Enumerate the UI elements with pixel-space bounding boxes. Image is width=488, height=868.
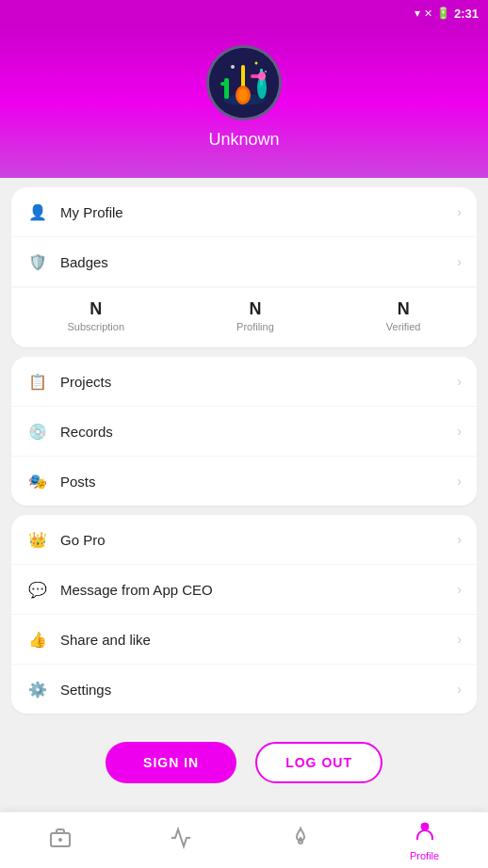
subscription-label: Subscription xyxy=(68,321,125,332)
sim-icon: ✕ xyxy=(424,8,432,20)
go-pro-icon: 👑 xyxy=(26,528,49,551)
verified-label: Verified xyxy=(386,321,421,332)
bottom-nav: Profile xyxy=(0,812,488,868)
go-pro-item[interactable]: 👑 Go Pro › xyxy=(11,515,477,565)
profiling-label: Profiling xyxy=(236,321,274,332)
badges-icon: 🛡️ xyxy=(26,250,49,273)
share-like-item[interactable]: 👍 Share and like › xyxy=(11,615,477,665)
share-like-icon: 👍 xyxy=(26,628,49,651)
action-buttons: SIGN IN LOG OUT xyxy=(11,723,477,802)
profile-header: Unknown xyxy=(0,26,488,178)
badges-item[interactable]: 🛡️ Badges › xyxy=(11,237,477,287)
fire-icon xyxy=(289,827,312,855)
settings-icon: ⚙️ xyxy=(26,678,49,700)
chevron-icon: › xyxy=(457,632,462,647)
profiling-stat: N Profiling xyxy=(236,299,274,332)
logout-button[interactable]: LOG OUT xyxy=(255,742,382,783)
svg-rect-6 xyxy=(220,82,228,86)
my-profile-item[interactable]: 👤 My Profile › xyxy=(11,187,477,237)
subscription-stat: N Subscription xyxy=(68,299,125,332)
posts-icon: 🎭 xyxy=(26,470,49,492)
signin-button[interactable]: SIGN IN xyxy=(106,742,236,783)
chevron-icon: › xyxy=(457,532,462,547)
profile-nav-icon xyxy=(414,820,436,848)
svg-point-17 xyxy=(421,823,429,830)
avatar xyxy=(206,45,282,121)
svg-point-11 xyxy=(231,65,235,69)
content-card: 📋 Projects › 💿 Records › 🎭 Posts › xyxy=(11,357,477,506)
status-time: 2:31 xyxy=(454,7,479,21)
content-area: 👤 My Profile › 🛡️ Badges › N Subscriptio… xyxy=(0,178,488,841)
chevron-icon: › xyxy=(457,374,462,389)
nav-fire[interactable] xyxy=(274,821,327,860)
profile-nav-label: Profile xyxy=(410,850,439,861)
records-label: Records xyxy=(60,424,457,440)
nav-activity[interactable] xyxy=(155,821,207,860)
projects-icon: 📋 xyxy=(26,370,49,393)
chevron-icon: › xyxy=(457,424,462,439)
message-ceo-label: Message from App CEO xyxy=(60,582,457,598)
battery-icon: 🔋 xyxy=(436,7,450,20)
share-like-label: Share and like xyxy=(60,632,457,648)
status-icons: ▾ ✕ 🔋 2:31 xyxy=(415,7,479,21)
message-ceo-icon: 💬 xyxy=(26,578,49,601)
posts-item[interactable]: 🎭 Posts › xyxy=(11,457,477,506)
nav-store[interactable] xyxy=(34,821,87,860)
activity-icon xyxy=(170,827,192,855)
svg-point-10 xyxy=(258,72,266,81)
stats-row: N Subscription N Profiling N Verified xyxy=(11,287,477,347)
go-pro-label: Go Pro xyxy=(60,532,457,548)
extras-card: 👑 Go Pro › 💬 Message from App CEO › 👍 Sh… xyxy=(11,515,477,714)
my-profile-label: My Profile xyxy=(60,204,457,220)
chevron-icon: › xyxy=(457,254,462,269)
verified-stat: N Verified xyxy=(386,299,421,332)
message-ceo-item[interactable]: 💬 Message from App CEO › xyxy=(11,565,477,615)
settings-label: Settings xyxy=(60,682,457,698)
verified-value: N xyxy=(398,299,410,319)
posts-label: Posts xyxy=(60,474,457,490)
store-icon xyxy=(49,827,72,855)
chevron-icon: › xyxy=(457,204,462,219)
chevron-icon: › xyxy=(457,582,462,597)
subscription-value: N xyxy=(89,299,102,319)
badges-label: Badges xyxy=(60,254,457,270)
records-item[interactable]: 💿 Records › xyxy=(11,407,477,457)
nav-profile[interactable]: Profile xyxy=(395,814,454,867)
wifi-icon: ▾ xyxy=(415,7,420,20)
chevron-icon: › xyxy=(457,474,462,489)
profiling-value: N xyxy=(249,299,261,319)
projects-item[interactable]: 📋 Projects › xyxy=(11,357,477,407)
status-bar: ▾ ✕ 🔋 2:31 xyxy=(0,0,488,26)
svg-point-13 xyxy=(265,71,267,72)
settings-item[interactable]: ⚙️ Settings › xyxy=(11,665,477,714)
svg-point-4 xyxy=(238,88,248,102)
username: Unknown xyxy=(208,130,279,150)
projects-label: Projects xyxy=(60,374,457,390)
records-icon: 💿 xyxy=(26,420,49,442)
profile-card: 👤 My Profile › 🛡️ Badges › N Subscriptio… xyxy=(11,187,477,347)
chevron-icon: › xyxy=(457,682,462,697)
svg-point-12 xyxy=(255,62,258,65)
profile-icon: 👤 xyxy=(26,201,49,223)
svg-rect-5 xyxy=(224,78,229,99)
